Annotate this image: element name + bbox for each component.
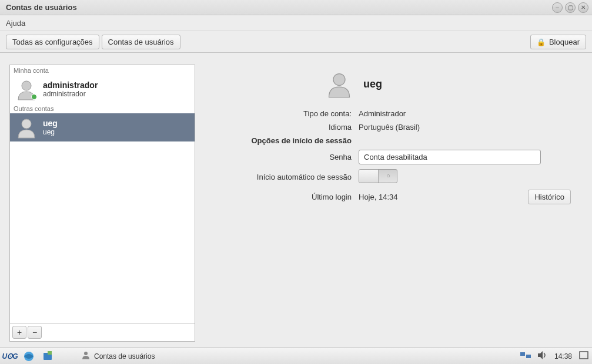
user-name: ueg	[43, 119, 58, 128]
row-password: Senha Conta desabilitada	[219, 150, 571, 164]
all-settings-button[interactable]: Todas as configurações	[6, 35, 99, 49]
menubar: Ajuda	[0, 15, 592, 31]
toggle-knob	[359, 170, 379, 183]
svg-rect-9	[580, 352, 588, 359]
row-last-login: Último login Hoje, 14:34 Histórico	[219, 190, 571, 204]
section-login-options: Opções de início de sessão	[219, 136, 359, 145]
row-account-type: Tipo de conta: Administrador	[219, 109, 571, 118]
label-last-login: Último login	[219, 193, 359, 201]
online-status-icon	[31, 94, 37, 100]
taskbar-files-icon[interactable]	[41, 350, 54, 362]
user-list-sidebar: Minha conta administrador administrador …	[9, 65, 195, 342]
user-item-administrador[interactable]: administrador administrador	[10, 75, 195, 103]
svg-point-6	[84, 352, 88, 355]
svg-point-2	[333, 74, 345, 86]
add-user-button[interactable]: +	[12, 326, 26, 339]
svg-point-1	[22, 119, 31, 129]
label-password: Senha	[219, 153, 359, 161]
row-autologin: Início automático de sessão ○	[219, 169, 571, 185]
window-controls: – ▢ ✕	[552, 2, 588, 13]
detail-header: ueg	[219, 69, 571, 99]
titlebar: Contas de usuários – ▢ ✕	[0, 0, 592, 15]
show-desktop-icon[interactable]	[579, 351, 588, 361]
avatar	[15, 116, 38, 139]
password-value: Conta desabilitada	[364, 153, 427, 161]
maximize-button[interactable]: ▢	[565, 2, 576, 13]
svg-rect-7	[520, 352, 525, 356]
user-role: ueg	[43, 128, 58, 136]
password-field[interactable]: Conta desabilitada	[359, 150, 541, 164]
user-list: Minha conta administrador administrador …	[10, 65, 195, 323]
taskbar-browser-icon[interactable]	[22, 350, 35, 362]
taskbar: UʘG Contas de usuários 14:38	[0, 348, 592, 364]
volume-icon[interactable]	[538, 351, 547, 361]
window-title: Contas de usuários	[4, 3, 552, 12]
svg-point-0	[22, 81, 31, 90]
user-name: administrador	[43, 80, 98, 90]
value-account-type[interactable]: Administrador	[359, 109, 571, 118]
history-button[interactable]: Histórico	[528, 190, 571, 204]
section-my-account: Minha conta	[10, 65, 195, 75]
avatar	[15, 77, 38, 101]
row-login-options-title: Opções de início de sessão	[219, 136, 571, 145]
taskbar-right: 14:38	[520, 351, 588, 361]
minimize-button[interactable]: –	[552, 2, 563, 13]
breadcrumb-users-button[interactable]: Contas de usuários	[102, 35, 180, 49]
user-detail-panel: ueg Tipo de conta: Administrador Idioma …	[195, 65, 583, 342]
value-last-login: Hoje, 14:34	[359, 193, 398, 201]
users-icon	[81, 350, 91, 362]
menu-help[interactable]: Ajuda	[2, 17, 29, 29]
toolbar: Todas as configurações Contas de usuário…	[0, 31, 592, 53]
taskbar-app-label: Contas de usuários	[94, 352, 155, 360]
value-language[interactable]: Português (Brasil)	[359, 123, 571, 132]
taskbar-logo-icon[interactable]: UʘG	[4, 350, 16, 362]
lock-icon: 🔒	[537, 38, 546, 46]
lock-button[interactable]: 🔒Bloquear	[530, 35, 586, 49]
detail-user-name[interactable]: ueg	[363, 78, 382, 90]
row-language: Idioma Português (Brasil)	[219, 123, 571, 132]
label-account-type: Tipo de conta:	[219, 109, 359, 118]
close-button[interactable]: ✕	[578, 2, 588, 13]
toggle-off-icon: ○	[386, 172, 390, 179]
section-other-accounts: Outras contas	[10, 103, 195, 113]
taskbar-app-users[interactable]: Contas de usuários	[78, 349, 158, 363]
user-item-names: administrador administrador	[43, 80, 98, 98]
autologin-toggle[interactable]: ○	[359, 169, 397, 183]
network-icon[interactable]	[520, 351, 531, 361]
svg-rect-5	[48, 351, 52, 355]
user-item-names: ueg ueg	[43, 119, 58, 136]
user-role: administrador	[43, 90, 98, 98]
lock-button-label: Bloquear	[549, 38, 580, 46]
main-content: Minha conta administrador administrador …	[0, 53, 592, 348]
user-item-ueg[interactable]: ueg ueg	[10, 113, 195, 141]
taskbar-clock[interactable]: 14:38	[554, 352, 572, 360]
sidebar-footer: + −	[10, 323, 195, 341]
label-language: Idioma	[219, 123, 359, 132]
svg-rect-8	[526, 355, 531, 358]
avatar-large[interactable]	[325, 69, 354, 99]
remove-user-button[interactable]: −	[28, 326, 42, 339]
label-autologin: Início automático de sessão	[219, 173, 359, 181]
